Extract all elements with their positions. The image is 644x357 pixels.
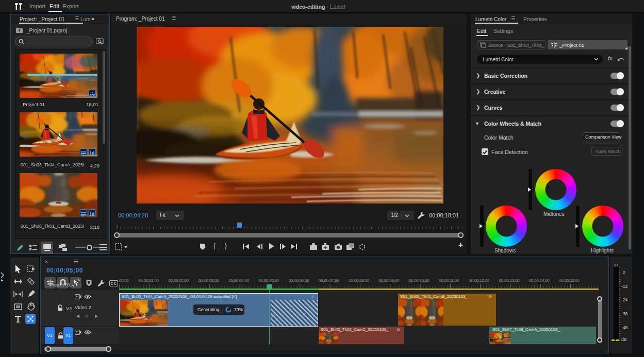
svg-text:00;00;06;00: 00;00;06;00 bbox=[289, 278, 309, 283]
svg-text:;00;00: ;00;00 bbox=[118, 278, 129, 283]
svg-text:00;00;01;00: 00;00;01;00 bbox=[138, 278, 159, 283]
svg-text:00;00;09;00: 00;00;09;00 bbox=[379, 278, 400, 283]
svg-text:00;00;12;00: 00;00;12;00 bbox=[469, 278, 490, 283]
svg-text:00;00;08;00: 00;00;08;00 bbox=[349, 278, 369, 283]
svg-text:00;00;11;00: 00;00;11;00 bbox=[439, 278, 459, 283]
svg-text:00;00;13;00: 00;00;13;00 bbox=[499, 278, 520, 283]
svg-text:00;00;14;00: 00;00;14;00 bbox=[529, 278, 550, 283]
svg-text:00;00;05;00: 00;00;05;00 bbox=[259, 278, 279, 283]
svg-text:00;00;10;00: 00;00;10;00 bbox=[409, 278, 430, 283]
svg-text:00;00;04;00: 00;00;04;00 bbox=[228, 278, 249, 283]
svg-text:00;00;03;00: 00;00;03;00 bbox=[199, 278, 219, 283]
svg-text:00;00;07;00: 00;00;07;00 bbox=[319, 278, 339, 283]
svg-text:00;00;15;00: 00;00;15;00 bbox=[559, 278, 580, 283]
svg-text:00;00;02;00: 00;00;02;00 bbox=[169, 278, 189, 283]
